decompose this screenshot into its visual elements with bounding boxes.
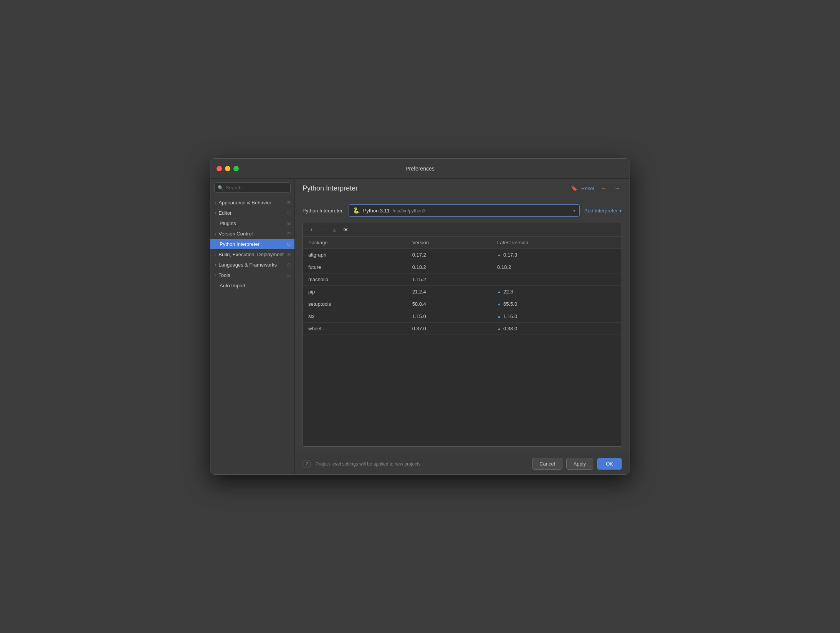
sidebar-nav: › Appearance & Behavior ⊞ › Editor ⊞ Plu… <box>210 196 294 474</box>
table-row: pip21.2.4▲22.3 <box>303 286 622 298</box>
search-box[interactable]: 🔍 <box>214 182 291 193</box>
package-version: 0.18.2 <box>407 261 492 273</box>
sidebar-item-python-interpreter[interactable]: Python Interpreter ⊞ <box>210 239 294 249</box>
package-version: 58.0.4 <box>407 298 492 310</box>
sidebar-item-tools[interactable]: › Tools ⊞ <box>210 270 294 280</box>
sidebar-item-version-control[interactable]: › Version Control ⊞ <box>210 229 294 239</box>
help-button[interactable]: ? <box>303 460 311 468</box>
interpreter-label: Python Interpreter: <box>303 208 344 214</box>
titlebar: Preferences <box>210 159 630 179</box>
footer-buttons: Cancel Apply OK <box>532 458 622 470</box>
main-content: 🔍 › Appearance & Behavior ⊞ › Editor ⊞ <box>210 179 630 474</box>
chevron-down-icon: ▾ <box>573 208 575 213</box>
panel-title: Python Interpreter <box>303 184 567 192</box>
package-name: six <box>303 310 407 323</box>
sidebar-item-label: Version Control <box>218 231 253 237</box>
panel-header: Python Interpreter 🔖 Reset ← → <box>295 179 630 198</box>
package-latest-version: ▲0.17.3 <box>492 249 622 261</box>
package-version: 1.15.0 <box>407 310 492 323</box>
package-latest-version: 0.18.2 <box>492 261 622 273</box>
search-icon: 🔍 <box>218 185 223 191</box>
panel-content: Python Interpreter: 🐍 Python 3.11 /usr/b… <box>295 198 630 453</box>
add-interpreter-button[interactable]: Add Interpreter ▾ <box>584 208 622 214</box>
upgrade-arrow-icon: ▲ <box>497 302 501 306</box>
cancel-button[interactable]: Cancel <box>532 458 562 470</box>
sidebar: 🔍 › Appearance & Behavior ⊞ › Editor ⊞ <box>210 179 295 474</box>
remove-package-button[interactable]: − <box>318 225 327 234</box>
table-row: wheel0.37.0▲0.38.0 <box>303 323 622 335</box>
table-row: macholib1.15.2 <box>303 273 622 286</box>
footer: ? Project-level settings will be applied… <box>295 453 630 474</box>
python-icon: 🐍 <box>353 207 360 214</box>
package-version: 0.37.0 <box>407 323 492 335</box>
add-package-button[interactable]: + <box>307 225 316 234</box>
package-latest-version: ▲1.16.0 <box>492 310 622 323</box>
column-latest-version: Latest version <box>492 237 622 249</box>
search-input[interactable] <box>226 185 287 191</box>
settings-icon: ⊞ <box>287 252 291 257</box>
chevron-right-icon: › <box>215 263 216 267</box>
package-name: pip <box>303 286 407 298</box>
table-row: setuptools58.0.4▲65.5.0 <box>303 298 622 310</box>
sidebar-item-label: Python Interpreter <box>220 241 260 247</box>
maximize-button[interactable] <box>233 166 239 171</box>
chevron-down-icon: ▾ <box>619 208 622 214</box>
packages-toolbar: + − ▲ 👁 <box>303 222 622 237</box>
settings-icon: ⊞ <box>287 221 291 226</box>
settings-icon: ⊞ <box>287 273 291 278</box>
back-button[interactable]: ← <box>599 184 608 192</box>
upgrade-arrow-icon: ▲ <box>497 253 501 257</box>
sidebar-item-label: Plugins <box>220 220 236 226</box>
table-row: future0.18.20.18.2 <box>303 261 622 273</box>
forward-button[interactable]: → <box>613 184 622 192</box>
window-title: Preferences <box>405 166 434 172</box>
preferences-window: Preferences 🔍 › Appearance & Behavior ⊞ … <box>210 158 630 475</box>
sidebar-item-label: Auto Import <box>220 283 245 288</box>
interpreter-select[interactable]: 🐍 Python 3.11 /usr/bin/python3 ▾ <box>349 204 580 217</box>
sidebar-item-label: Editor <box>218 210 231 216</box>
table-row: six1.15.0▲1.16.0 <box>303 310 622 323</box>
settings-icon: ⊞ <box>287 231 291 236</box>
settings-icon: ⊞ <box>287 200 291 205</box>
sidebar-item-plugins[interactable]: Plugins ⊞ <box>210 218 294 229</box>
settings-icon: ⊞ <box>287 262 291 267</box>
package-latest-version: ▲65.5.0 <box>492 298 622 310</box>
packages-data-table: Package Version Latest version altgraph0… <box>303 237 622 335</box>
sidebar-item-editor[interactable]: › Editor ⊞ <box>210 208 294 218</box>
reset-button[interactable]: Reset <box>581 186 594 191</box>
main-panel: Python Interpreter 🔖 Reset ← → Python In… <box>295 179 630 474</box>
sidebar-item-build-execution[interactable]: › Build, Execution, Deployment ⊞ <box>210 249 294 260</box>
close-button[interactable] <box>217 166 222 171</box>
settings-icon: ⊞ <box>287 210 291 215</box>
interpreter-version: Python 3.11 /usr/bin/python3 <box>363 208 570 214</box>
packages-table: Package Version Latest version altgraph0… <box>303 237 622 446</box>
upgrade-package-button[interactable]: ▲ <box>330 225 339 234</box>
ok-button[interactable]: OK <box>597 458 622 470</box>
package-name: macholib <box>303 273 407 286</box>
sidebar-item-appearance[interactable]: › Appearance & Behavior ⊞ <box>210 197 294 208</box>
sidebar-item-label: Build, Execution, Deployment <box>218 252 284 257</box>
package-name: future <box>303 261 407 273</box>
chevron-right-icon: › <box>215 273 216 277</box>
package-version: 1.15.2 <box>407 273 492 286</box>
chevron-right-icon: › <box>215 252 216 257</box>
sidebar-item-languages-frameworks[interactable]: › Languages & Frameworks ⊞ <box>210 260 294 270</box>
interpreter-row: Python Interpreter: 🐍 Python 3.11 /usr/b… <box>303 204 622 217</box>
minimize-button[interactable] <box>225 166 230 171</box>
package-latest-version: ▲0.38.0 <box>492 323 622 335</box>
sidebar-item-auto-import[interactable]: Auto Import <box>210 280 294 291</box>
table-header-row: Package Version Latest version <box>303 237 622 249</box>
settings-icon: ⊞ <box>287 242 291 247</box>
window-controls <box>217 166 239 171</box>
package-latest-version: ▲22.3 <box>492 286 622 298</box>
chevron-right-icon: › <box>215 232 216 236</box>
package-latest-version <box>492 273 622 286</box>
upgrade-arrow-icon: ▲ <box>497 290 501 294</box>
show-details-button[interactable]: 👁 <box>341 225 351 234</box>
apply-button[interactable]: Apply <box>566 458 594 470</box>
table-row: altgraph0.17.2▲0.17.3 <box>303 249 622 261</box>
package-version: 0.17.2 <box>407 249 492 261</box>
sidebar-item-label: Languages & Frameworks <box>218 262 277 268</box>
packages-section: + − ▲ 👁 Package Version Latest version <box>303 222 622 447</box>
header-actions: Reset ← → <box>581 184 622 192</box>
